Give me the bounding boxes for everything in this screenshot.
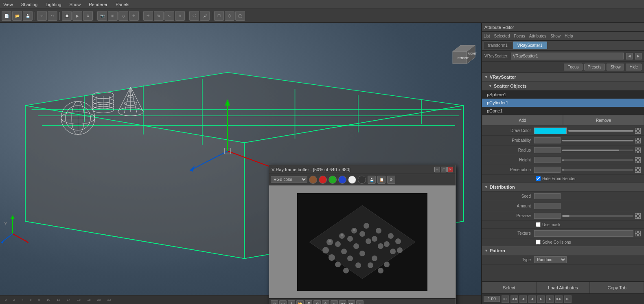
texture-checker-btn[interactable] xyxy=(635,231,641,236)
frame-input[interactable]: 1.00 xyxy=(484,296,500,302)
vray-toggle[interactable]: ≡ xyxy=(356,300,364,304)
step-back-btn[interactable]: ◀◀ xyxy=(510,295,518,303)
vray-next-frame[interactable]: ▶▶ xyxy=(348,300,355,304)
focus-btn[interactable]: Focus xyxy=(564,64,582,70)
3d-viewport[interactable]: Y FRONT RIGHT 0 2 xyxy=(0,23,481,304)
height-slider[interactable] xyxy=(562,159,633,161)
vray-render-region[interactable]: H xyxy=(331,300,338,304)
select-btn[interactable]: Select xyxy=(482,282,536,294)
probability-input[interactable]: 1.000 xyxy=(534,137,561,143)
next-frame-btn[interactable]: ▶ xyxy=(546,295,554,303)
color-btn-red[interactable] xyxy=(319,176,327,184)
penetration-slider[interactable] xyxy=(562,169,633,171)
open-btn[interactable]: 📂 xyxy=(12,11,22,21)
show-btn[interactable]: Show xyxy=(607,64,624,70)
hide-from-render-checkbox[interactable] xyxy=(536,176,541,181)
color-btn-brown[interactable] xyxy=(309,176,317,184)
attr-object-input[interactable] xyxy=(511,53,624,59)
render-info-btn[interactable]: 📋 xyxy=(377,176,386,184)
snap-grid-btn[interactable]: ⊞ xyxy=(108,11,118,21)
menu-panels[interactable]: Panels xyxy=(114,1,131,8)
amount-input[interactable]: 10000 xyxy=(534,203,561,209)
scatter-item-psphere1[interactable]: pSphere1 xyxy=(482,90,644,99)
attr-nav-help[interactable]: Help xyxy=(565,34,573,38)
go-to-start-btn[interactable]: ⏮ xyxy=(502,295,509,303)
tab-vrayscatter1[interactable]: VRayScatter1 xyxy=(513,42,547,49)
camera-btn[interactable]: 📷 xyxy=(97,11,107,21)
presets-btn[interactable]: Presets xyxy=(584,64,605,70)
vray-minimize-btn[interactable]: – xyxy=(434,167,440,172)
smooth-btn[interactable]: ◯ xyxy=(235,11,245,21)
distribution-section-header[interactable]: ▼ Distribution xyxy=(482,183,644,192)
step-fwd-btn[interactable]: ▶▶ xyxy=(555,295,563,303)
seed-input[interactable]: 42 xyxy=(534,193,561,199)
menu-lighting[interactable]: Lighting xyxy=(44,1,63,8)
draw-color-slider[interactable] xyxy=(568,130,633,132)
copy-tab-btn[interactable]: Copy Tab xyxy=(590,282,644,294)
color-btn-blue[interactable] xyxy=(338,176,346,184)
vray-save[interactable]: 💾 xyxy=(305,300,312,304)
draw-color-swatch[interactable] xyxy=(534,128,567,134)
menu-shading[interactable]: Shading xyxy=(20,1,39,8)
color-mode-select[interactable]: RGB color Alpha Luminance xyxy=(271,176,307,183)
rotate-btn[interactable]: ↻ xyxy=(154,11,164,21)
radius-input[interactable]: 100.000 xyxy=(534,147,561,153)
settings-btn[interactable]: ⚙ xyxy=(387,176,395,184)
play-fwd-btn[interactable]: ▶ xyxy=(537,295,545,303)
draw-color-checker-btn[interactable] xyxy=(635,128,641,134)
vrayscatter-section-header[interactable]: ▼ VRayScatter xyxy=(482,73,644,82)
height-input[interactable]: 0.000 xyxy=(534,157,561,163)
prob-checker-btn[interactable] xyxy=(635,138,641,143)
scale-btn[interactable]: ⤡ xyxy=(164,11,174,21)
preview-checker-btn[interactable] xyxy=(635,213,641,219)
paint-btn[interactable]: 🖌 xyxy=(200,11,210,21)
remove-scatter-btn[interactable]: Remove xyxy=(563,115,644,126)
type-dropdown[interactable]: Random Grid Phyllotaxis Custom xyxy=(534,256,567,263)
vray-options[interactable]: ⚙ xyxy=(313,300,321,304)
attr-nav-focus[interactable]: Focus xyxy=(514,34,525,38)
probability-slider[interactable] xyxy=(562,140,633,141)
redo-btn[interactable]: ↪ xyxy=(48,11,57,21)
pattern-section-header[interactable]: ▼ Pattern xyxy=(482,246,644,255)
ipr-btn[interactable]: ▶ xyxy=(72,11,82,21)
load-attributes-btn[interactable]: Load Attributes xyxy=(536,282,590,294)
menu-view[interactable]: View xyxy=(2,1,15,8)
view-cube[interactable]: FRONT RIGHT xyxy=(449,43,477,72)
render-settings-btn[interactable]: ⚙ xyxy=(83,11,93,21)
color-btn-white[interactable] xyxy=(348,176,356,184)
preview-input[interactable]: 1000 xyxy=(534,213,561,219)
texture-field[interactable] xyxy=(534,230,633,237)
vray-open[interactable]: 📂 xyxy=(296,300,304,304)
add-scatter-btn[interactable]: Add xyxy=(482,115,563,126)
wireframe-btn[interactable]: ⬡ xyxy=(225,11,234,21)
new-btn[interactable]: 📄 xyxy=(2,11,11,21)
radius-slider[interactable] xyxy=(562,150,633,151)
attr-prev-btn[interactable]: ◀ xyxy=(626,53,633,59)
height-checker-btn[interactable] xyxy=(635,157,641,163)
attr-next-btn[interactable]: ▶ xyxy=(635,53,642,59)
move-btn[interactable]: ✛ xyxy=(143,11,153,21)
save-btn[interactable]: 💾 xyxy=(23,11,33,21)
scatter-objects-section-header[interactable]: ▼ Scatter Objects xyxy=(482,82,644,90)
go-to-end-btn[interactable]: ⏭ xyxy=(564,295,572,303)
undo-btn[interactable]: ↩ xyxy=(37,11,47,21)
vray-zoom-1-1[interactable]: 1:1 xyxy=(279,300,287,304)
color-btn-dark[interactable] xyxy=(358,176,366,184)
use-mask-checkbox[interactable] xyxy=(536,222,541,227)
radius-checker-btn[interactable] xyxy=(635,148,641,153)
attr-nav-attributes[interactable]: Attributes xyxy=(529,34,546,38)
universal-btn[interactable]: ⊕ xyxy=(175,11,185,21)
vray-info[interactable]: ℹ xyxy=(288,300,295,304)
vray-restore-btn[interactable]: ◻ xyxy=(441,167,447,172)
tab-transform1[interactable]: transform1 xyxy=(484,42,512,49)
attr-nav-selected[interactable]: Selected xyxy=(494,34,510,38)
menu-renderer[interactable]: Renderer xyxy=(87,1,109,8)
prev-frame-btn[interactable]: ◀ xyxy=(519,295,527,303)
hide-btn[interactable]: Hide xyxy=(626,64,642,70)
vray-zoom-fit[interactable]: ⊡ xyxy=(271,300,278,304)
color-btn-green[interactable] xyxy=(329,176,337,184)
attr-nav-show[interactable]: Show xyxy=(550,34,561,38)
play-back-btn[interactable]: ◀ xyxy=(528,295,536,303)
scatter-item-pcone1[interactable]: pCone1 xyxy=(482,107,644,115)
snap-edge-btn[interactable]: ◇ xyxy=(118,11,128,21)
